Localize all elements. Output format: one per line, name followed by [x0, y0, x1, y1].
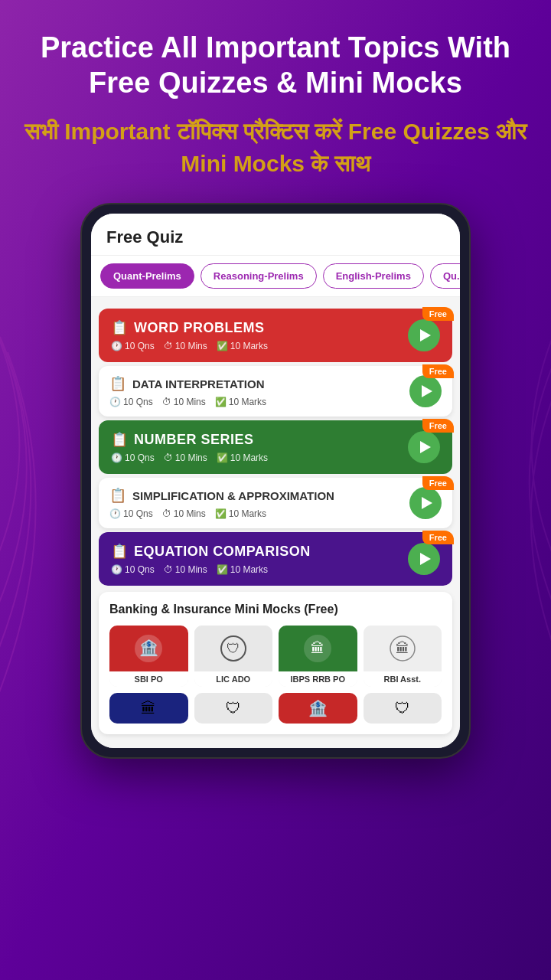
meta-mins-1: ⏱ 10 Mins: [164, 341, 207, 351]
meta-marks-4: ✅ 10 Marks: [215, 508, 266, 519]
mock-label-rbi-asst: RBI Asst.: [364, 671, 442, 687]
free-badge-3: Free: [422, 419, 454, 433]
mock-item-ibps-rrb-po[interactable]: 🏛 IBPS RRB PO: [279, 626, 357, 687]
quiz-meta-1: 🕐 10 Qns ⏱ 10 Mins ✅ 10 Marks: [111, 341, 400, 351]
quiz-left-5: 📋 EQUATION COMPARISON 🕐 10 Qns ⏱ 10 Mins: [111, 543, 400, 575]
quiz-icon-1: 📋: [111, 319, 128, 336]
check-icon-3: ✅: [217, 452, 228, 463]
meta-marks-1: ✅ 10 Marks: [217, 341, 268, 351]
meta-qns-4: 🕐 10 Qns: [109, 508, 153, 519]
free-badge-5: Free: [422, 531, 454, 544]
quiz-title-row-4: 📋 SIMPLIFICATION & APPROXIMATION: [109, 487, 402, 504]
mock-item-lic-ado[interactable]: 🛡 LIC ADO: [194, 626, 273, 687]
check-icon-4: ✅: [215, 508, 227, 519]
quiz-item-equation-comparison[interactable]: Free 📋 EQUATION COMPARISON 🕐 10 Qns ⏱ 10…: [99, 532, 452, 586]
quiz-item-number-series[interactable]: Free 📋 NUMBER SERIES 🕐 10 Qns ⏱ 10 Mins: [99, 420, 452, 474]
mini-mocks-grid-row2: 🏛 🛡 🏦: [109, 693, 442, 724]
play-button-4[interactable]: [409, 487, 442, 519]
timer-icon-2: ⏱: [162, 397, 171, 407]
quiz-meta-2: 🕐 10 Qns ⏱ 10 Mins ✅ 10 Marks: [109, 397, 402, 407]
play-button-2[interactable]: [409, 375, 442, 407]
quiz-icon-5: 📋: [111, 543, 128, 560]
mock-item-rbi-asst[interactable]: 🏛 RBI Asst.: [364, 626, 442, 687]
mini-mocks-title: Banking & Insurance Mini Mocks (Free): [109, 603, 442, 616]
mock-icon-rbi-asst: 🏛: [364, 626, 442, 671]
meta-mins-2: ⏱ 10 Mins: [162, 397, 206, 407]
mock-item-partial-2[interactable]: 🛡: [194, 693, 273, 724]
phone-mockup: Free Quiz Quant-Prelims Reasoning-Prelim…: [80, 203, 471, 759]
tab-reasoning-prelims[interactable]: Reasoning-Prelims: [201, 263, 317, 289]
mock-item-sbi-po[interactable]: 🏦 SBI PO: [109, 626, 188, 687]
mock-label-sbi-po: SBI PO: [109, 671, 188, 687]
quiz-item-data-interpretation[interactable]: Free 📋 DATA INTERPRETATION 🕐 10 Qns ⏱ 10…: [99, 366, 452, 416]
svg-text:🏛: 🏛: [396, 640, 409, 656]
quiz-title-4: SIMPLIFICATION & APPROXIMATION: [132, 489, 334, 502]
quiz-item-simplification[interactable]: Free 📋 SIMPLIFICATION & APPROXIMATION 🕐 …: [99, 478, 452, 528]
quiz-title-row-2: 📋 DATA INTERPRETATION: [109, 375, 402, 392]
mock-item-partial-1[interactable]: 🏛: [109, 693, 188, 724]
headline-english: Practice All Important Topics With Free …: [15, 31, 536, 100]
quiz-title-3: NUMBER SERIES: [134, 432, 254, 448]
clock-icon-3: 🕐: [111, 452, 122, 463]
meta-qns-1: 🕐 10 Qns: [111, 341, 155, 351]
tab-more[interactable]: Qu...: [430, 263, 460, 289]
play-button-1[interactable]: [408, 319, 440, 351]
meta-marks-5: ✅ 10 Marks: [217, 564, 268, 575]
meta-qns-2: 🕐 10 Qns: [109, 397, 153, 407]
mock-item-partial-3[interactable]: 🏦: [279, 693, 357, 724]
meta-mins-5: ⏱ 10 Mins: [164, 564, 207, 575]
quiz-title-5: EQUATION COMPARISON: [134, 544, 311, 560]
quiz-title-2: DATA INTERPRETATION: [132, 377, 265, 390]
timer-icon-4: ⏱: [162, 508, 171, 519]
mock-icon-sbi-po: 🏦: [109, 626, 188, 671]
mini-mocks-grid-row1: 🏦 SBI PO 🛡: [109, 626, 442, 687]
mock-icon-lic-ado: 🛡: [194, 626, 273, 671]
meta-qns-3: 🕐 10 Qns: [111, 452, 155, 463]
clock-icon-5: 🕐: [111, 564, 122, 575]
mock-partial-icon-4: 🛡: [364, 693, 442, 724]
quiz-list: Free 📋 WORD PROBLEMS 🕐 10 Qns ⏱ 10 Mins: [91, 297, 460, 748]
quiz-meta-4: 🕐 10 Qns ⏱ 10 Mins ✅ 10 Marks: [109, 508, 402, 519]
meta-marks-2: ✅ 10 Marks: [215, 397, 266, 407]
quiz-item-word-problems[interactable]: Free 📋 WORD PROBLEMS 🕐 10 Qns ⏱ 10 Mins: [99, 309, 452, 362]
check-icon-2: ✅: [215, 397, 227, 407]
mock-partial-icon-2: 🛡: [194, 693, 273, 724]
svg-text:🏦: 🏦: [139, 639, 158, 657]
phone-title: Free Quiz: [106, 227, 445, 247]
free-badge-1: Free: [422, 307, 454, 321]
mini-mocks-section: Banking & Insurance Mini Mocks (Free) 🏦 …: [99, 592, 452, 734]
mock-label-lic-ado: LIC ADO: [194, 671, 273, 687]
mock-partial-icon-3: 🏦: [279, 693, 357, 724]
mock-partial-icon-1: 🏛: [109, 693, 188, 724]
quiz-meta-5: 🕐 10 Qns ⏱ 10 Mins ✅ 10 Marks: [111, 564, 400, 575]
headline-hindi: सभी Important टॉपिक्स प्रैक्टिस करें Fre…: [15, 116, 536, 180]
check-icon-5: ✅: [217, 564, 228, 575]
quiz-left-3: 📋 NUMBER SERIES 🕐 10 Qns ⏱ 10 Mins: [111, 431, 400, 463]
quiz-icon-3: 📋: [111, 431, 128, 448]
clock-icon-2: 🕐: [109, 397, 121, 407]
timer-icon-1: ⏱: [164, 341, 173, 351]
mock-item-partial-4[interactable]: 🛡: [364, 693, 442, 724]
svg-text:🛡: 🛡: [227, 641, 240, 656]
timer-icon-3: ⏱: [164, 452, 173, 463]
mock-icon-ibps-rrb-po: 🏛: [279, 626, 357, 671]
tab-quant-prelims[interactable]: Quant-Prelims: [100, 263, 194, 289]
tab-english-prelims[interactable]: English-Prelims: [323, 263, 424, 289]
clock-icon-4: 🕐: [109, 508, 121, 519]
meta-mins-4: ⏱ 10 Mins: [162, 508, 206, 519]
quiz-left-2: 📋 DATA INTERPRETATION 🕐 10 Qns ⏱ 10 Mins: [109, 375, 402, 407]
quiz-title-1: WORD PROBLEMS: [134, 320, 265, 336]
free-badge-4: Free: [422, 476, 454, 490]
free-badge-2: Free: [422, 364, 454, 378]
play-button-3[interactable]: [408, 431, 440, 463]
quiz-title-row-5: 📋 EQUATION COMPARISON: [111, 543, 400, 560]
meta-qns-5: 🕐 10 Qns: [111, 564, 155, 575]
quiz-left-4: 📋 SIMPLIFICATION & APPROXIMATION 🕐 10 Qn…: [109, 487, 402, 519]
quiz-title-row-3: 📋 NUMBER SERIES: [111, 431, 400, 448]
meta-mins-3: ⏱ 10 Mins: [164, 452, 207, 463]
play-button-5[interactable]: [408, 543, 440, 575]
quiz-meta-3: 🕐 10 Qns ⏱ 10 Mins ✅ 10 Marks: [111, 452, 400, 463]
check-icon-1: ✅: [217, 341, 228, 351]
phone-screen: Free Quiz Quant-Prelims Reasoning-Prelim…: [91, 214, 460, 748]
phone-header: Free Quiz: [91, 214, 460, 256]
